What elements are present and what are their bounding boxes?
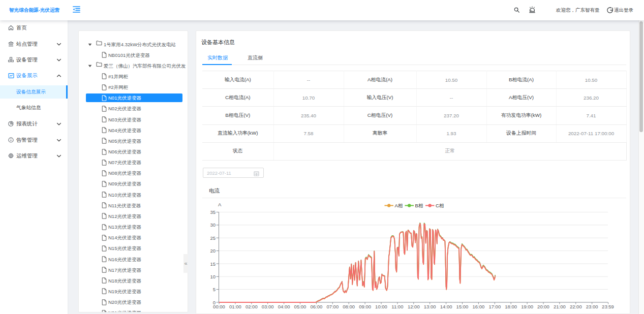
svg-text:01:00: 01:00 <box>229 304 241 309</box>
svg-text:06:00: 06:00 <box>311 304 323 309</box>
svg-text:21:00: 21:00 <box>554 304 566 309</box>
svg-text:C相: C相 <box>436 203 444 208</box>
svg-text:00:00: 00:00 <box>213 304 225 309</box>
svg-text:10: 10 <box>210 274 216 279</box>
svg-text:22:00: 22:00 <box>570 304 582 309</box>
svg-text:12:00: 12:00 <box>408 304 420 309</box>
svg-text:35: 35 <box>210 209 216 215</box>
svg-text:5: 5 <box>213 287 216 292</box>
svg-text:03:00: 03:00 <box>262 304 274 309</box>
svg-text:13:00: 13:00 <box>424 304 436 309</box>
svg-text:A相: A相 <box>395 203 403 208</box>
svg-text:19:00: 19:00 <box>521 304 533 309</box>
svg-text:15: 15 <box>210 261 216 267</box>
svg-text:05:00: 05:00 <box>294 304 306 309</box>
svg-text:02:00: 02:00 <box>246 304 258 309</box>
svg-text:18:00: 18:00 <box>505 304 517 309</box>
svg-text:10:00: 10:00 <box>375 304 387 309</box>
svg-text:07:00: 07:00 <box>326 304 339 309</box>
svg-text:23:59: 23:59 <box>602 304 614 309</box>
svg-text:20: 20 <box>210 248 216 254</box>
svg-text:17:00: 17:00 <box>488 304 501 309</box>
svg-text:08:00: 08:00 <box>343 304 355 309</box>
svg-text:B相: B相 <box>415 203 423 208</box>
svg-text:04:00: 04:00 <box>278 304 290 309</box>
svg-text:20:00: 20:00 <box>537 304 549 309</box>
svg-text:14:00: 14:00 <box>440 304 452 309</box>
svg-text:A: A <box>218 202 222 207</box>
svg-text:09:00: 09:00 <box>359 304 371 309</box>
svg-text:25: 25 <box>210 235 216 241</box>
svg-text:11:00: 11:00 <box>391 304 403 309</box>
svg-text:16:00: 16:00 <box>473 304 485 309</box>
svg-text:15:00: 15:00 <box>456 304 469 309</box>
svg-text:23:00: 23:00 <box>586 304 598 309</box>
svg-text:30: 30 <box>210 222 216 228</box>
